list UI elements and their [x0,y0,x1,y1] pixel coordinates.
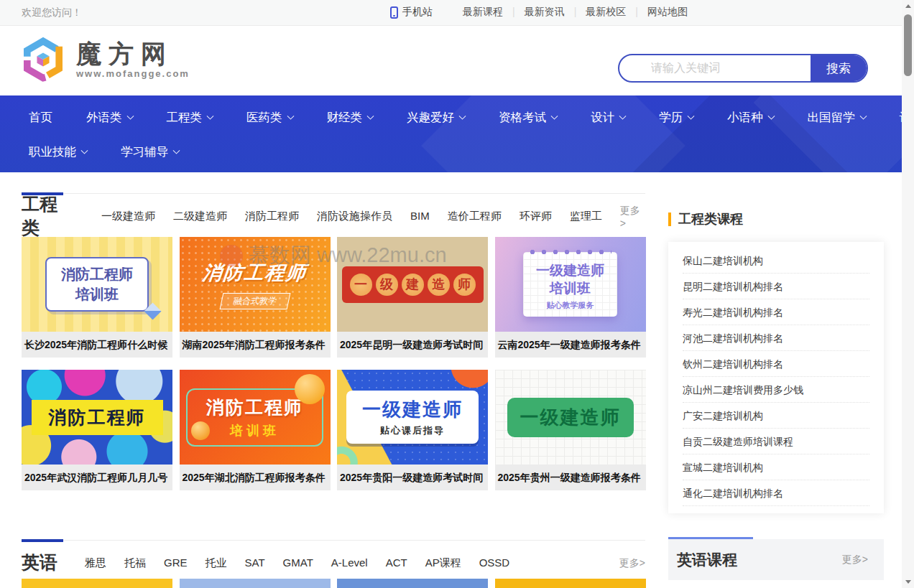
course-link[interactable]: 昆明二建培训机构排名 [683,274,869,299]
site-logo[interactable]: 魔方网 www.mofangge.com [20,37,190,83]
engineering-tab[interactable]: 一级建造师 [101,210,155,223]
search-input[interactable] [619,55,811,81]
search-button[interactable]: 搜索 [811,55,867,81]
chevron-down-icon [688,112,695,119]
course-card-image[interactable] [22,579,172,588]
nav-item[interactable]: 职业技能 [29,135,87,169]
chevron-down-icon [619,112,627,119]
nav-item[interactable]: 小语种 [727,101,774,135]
course-card-image: 消防工程师培训班 [22,237,172,332]
course-card-image: 消防工程师 培训班 [180,370,331,465]
course-card-image: 一级建造师 [337,237,488,332]
nav-item[interactable]: 医药类 [246,101,293,135]
nav-item[interactable]: 首页 [29,101,52,135]
engineering-tab[interactable]: 监理工 [570,210,602,223]
course-card[interactable]: 一级建造师培训班 贴心教学服务 云南2025年一级建造师报考条件 [495,237,646,358]
topbar-link[interactable]: 最新资讯 [503,6,565,19]
engineering-card-grid: 消防工程师培训班 长沙2025年消防工程师什么时候 消防工程师 融合式教学 湖南… [22,237,646,490]
site-name: 魔方网 [76,40,190,68]
course-card[interactable]: 一级建造师 贴心课后指导 2025年贵阳一级建造师考试时间 [337,370,488,490]
course-card-title[interactable]: 2025年贵州一级建造师报考条件 [495,465,646,490]
chevron-down-icon [287,112,294,119]
nav-item[interactable]: 兴趣爱好 [407,101,465,135]
engineering-more-link[interactable]: 更多> [620,205,645,229]
chevron-down-icon [173,146,180,154]
scroll-down-button[interactable] [902,576,914,588]
course-card-title[interactable]: 2025年湖北消防工程师报考条件 [180,465,331,490]
course-card-image[interactable] [180,579,331,588]
course-card[interactable]: 消防工程师培训班 长沙2025年消防工程师什么时候 [22,237,172,358]
course-card[interactable]: 一级建造师 2025年昆明一级建造师考试时间 [337,237,488,358]
english-tab[interactable]: GRE [164,556,188,570]
topbar-link[interactable]: 网站地图 [626,6,688,19]
phone-icon [390,6,398,19]
course-card-title[interactable]: 2025年昆明一级建造师考试时间 [337,332,488,358]
course-card[interactable]: 一级建造师 2025年贵州一级建造师报考条件 [495,370,646,490]
course-link[interactable]: 河池二建培训机构排名 [683,325,869,351]
course-link[interactable]: 保山二建培训机构 [683,248,869,274]
nav-item[interactable]: 设计 [591,101,625,135]
scrollbar[interactable] [902,0,914,588]
nav-item[interactable]: 资格考试 [499,101,557,135]
engineering-sidebar-header: 工程类课程 [668,210,743,228]
english-tab[interactable]: SAT [245,556,265,570]
english-sidebar-more-link[interactable]: 更多> [842,554,868,566]
engineering-tab[interactable]: 造价工程师 [448,210,502,223]
course-card-image: 一级建造师 [495,370,646,465]
nav-row-1: 首页 外语类 工程类 医药类 财经类 兴趣爱好 资格考试 设计 学历 小语种 出… [29,101,902,135]
nav-item[interactable]: 外语类 [86,101,133,135]
engineering-tab[interactable]: 二级建造师 [173,210,227,223]
english-tab[interactable]: OSSD [479,556,510,570]
topbar-link[interactable]: 最新校区 [565,6,627,19]
english-tab[interactable]: 雅思 [85,556,106,570]
scrollbar-thumb[interactable] [904,14,912,76]
english-tab[interactable]: 托福 [124,556,146,570]
course-link[interactable]: 寿光二建培训机构排名 [683,299,869,325]
course-card-title[interactable]: 湖南2025年消防工程师报考条件 [180,332,331,358]
scroll-up-button[interactable] [902,0,914,12]
topbar-link[interactable]: 最新课程 [463,6,503,19]
course-link[interactable]: 广安二建培训机构 [683,403,869,429]
chevron-down-icon [367,112,374,119]
course-card-title[interactable]: 长沙2025年消防工程师什么时候 [22,332,172,358]
chevron-down-icon [207,112,214,119]
course-card-image[interactable] [495,579,646,588]
engineering-tab[interactable]: BIM [410,210,430,223]
topbar: 欢迎您访问！ 手机站 最新课程 最新资讯 最新校区 网站地图 [0,0,902,26]
english-tab[interactable]: 托业 [206,556,227,570]
nav-item[interactable]: 学习辅导 [121,135,179,169]
course-card-title[interactable]: 2025年贵阳一级建造师考试时间 [337,465,488,490]
english-tab[interactable]: GMAT [283,556,313,570]
english-more-link[interactable]: 更多> [619,557,645,570]
course-card-image: 一级建造师培训班 贴心教学服务 [495,237,646,332]
course-link[interactable]: 自贡二级建造师培训课程 [683,429,869,454]
engineering-tab[interactable]: 环评师 [520,210,552,223]
course-card-image: 消防工程师 融合式教学 [180,237,331,332]
course-link[interactable]: 通化二建培训机构排名 [683,480,869,506]
course-link[interactable]: 宣城二建培训机构 [683,454,869,480]
nav-item[interactable]: 出国留学 [808,101,866,135]
nav-item[interactable]: 学历 [659,101,693,135]
engineering-tabs: 一级建造师 二级建造师 消防工程师 消防设施操作员 BIM 造价工程师 环评师 … [101,210,620,223]
course-card-title[interactable]: 2025年武汉消防工程师几月几号 [22,465,172,490]
engineering-section-header: 工程类 一级建造师 二级建造师 消防工程师 消防设施操作员 BIM 造价工程师 … [22,193,645,230]
course-card-image[interactable] [337,579,488,588]
english-tab[interactable]: ACT [386,556,407,570]
nav-item[interactable]: 财经类 [327,101,374,135]
english-tab[interactable]: A-Level [331,556,368,570]
course-card[interactable]: 消防工程师 融合式教学 湖南2025年消防工程师报考条件 [180,237,331,358]
engineering-tab[interactable]: 消防工程师 [245,210,299,223]
main-nav: 首页 外语类 工程类 医药类 财经类 兴趣爱好 资格考试 设计 学历 小语种 出… [0,95,902,172]
mobile-site-link[interactable]: 手机站 [390,6,433,19]
course-card-title[interactable]: 云南2025年一级建造师报考条件 [495,332,646,358]
course-card[interactable]: 消防工程师 2025年武汉消防工程师几月几号 [22,370,172,490]
nav-row-2: 职业技能 学习辅导 [29,135,902,169]
nav-item[interactable]: 工程类 [167,101,213,135]
course-card[interactable]: 消防工程师 培训班 2025年湖北消防工程师报考条件 [180,370,331,490]
english-tab[interactable]: AP课程 [425,556,461,570]
course-card-image: 消防工程师 [22,370,172,465]
course-link[interactable]: 钦州二建培训机构排名 [683,351,869,377]
chevron-down-icon [859,112,867,119]
course-link[interactable]: 凉山州二建培训费用多少钱 [683,377,869,403]
engineering-tab[interactable]: 消防设施操作员 [317,210,392,223]
